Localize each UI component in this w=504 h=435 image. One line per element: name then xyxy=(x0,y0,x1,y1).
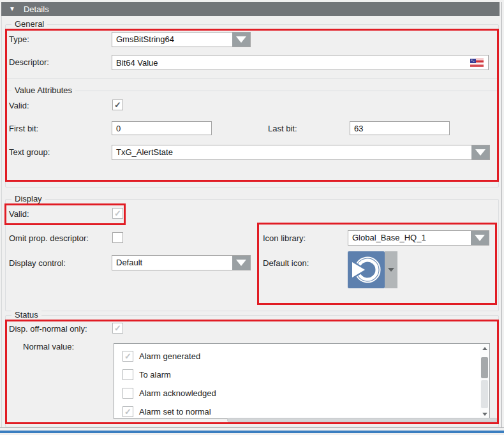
text-group-label: Text group: xyxy=(9,147,50,157)
value-attributes-group-label: Value Attributes xyxy=(11,85,75,95)
scroll-up-button[interactable] xyxy=(480,344,489,353)
display-control-combobox-dropdown-button[interactable] xyxy=(232,256,250,270)
type-combobox-value: GmsBitString64 xyxy=(112,33,232,47)
first-bit-label: First bit: xyxy=(9,124,38,133)
text-group-combobox[interactable]: TxG_AlertState xyxy=(112,145,490,160)
scrollbar-thumb[interactable] xyxy=(481,357,488,378)
check-icon: ✓ xyxy=(114,209,121,218)
disp-off-normal-only-checkbox: ✓ xyxy=(112,323,123,334)
panel-bottom-border xyxy=(0,427,504,428)
vertical-scrollbar[interactable] xyxy=(480,344,489,418)
panel-right-border xyxy=(501,2,502,427)
icon-library-combobox-dropdown-button[interactable] xyxy=(471,231,489,245)
chevron-down-icon xyxy=(236,260,246,266)
display-valid-checkbox: ✓ xyxy=(112,208,123,219)
display-control-combobox[interactable]: Default xyxy=(112,255,251,270)
display-control-label: Display control: xyxy=(9,258,66,268)
descriptor-input[interactable] xyxy=(112,55,489,70)
list-item[interactable]: ✓ Alarm generated xyxy=(114,347,479,365)
details-expander-header[interactable]: ▼ Details xyxy=(1,2,500,16)
value-attributes-group-box: Value Attributes xyxy=(5,91,499,188)
scrollbar-track-lower[interactable] xyxy=(481,380,488,408)
icon-library-combobox-value: Global_Base_HQ_1 xyxy=(348,231,471,245)
type-label: Type: xyxy=(9,34,29,44)
icon-library-label: Icon library: xyxy=(263,233,306,243)
disp-off-normal-only-label: Disp. off-normal only: xyxy=(9,324,87,334)
chevron-down-icon xyxy=(475,235,485,241)
details-header-title: Details xyxy=(24,4,49,14)
display-group-box: Display xyxy=(5,199,499,311)
details-panel: ▼ Details General Type: GmsBitString64 D… xyxy=(0,0,504,435)
omit-prop-descriptor-checkbox[interactable] xyxy=(112,232,123,243)
panel-left-border xyxy=(1,16,2,427)
omit-prop-descriptor-label: Omit prop. descriptor: xyxy=(9,233,89,243)
text-group-combobox-value: TxG_AlertState xyxy=(112,145,471,159)
list-item-label: Alarm acknowledged xyxy=(139,388,216,398)
check-icon: ✓ xyxy=(124,408,131,416)
list-item[interactable]: Alarm acknowledged xyxy=(114,384,479,402)
scroll-down-button[interactable] xyxy=(480,409,489,418)
us-flag-icon xyxy=(470,58,484,66)
check-icon: ✓ xyxy=(124,352,131,360)
display-control-combobox-value: Default xyxy=(112,256,232,270)
list-item-checkbox[interactable]: ✓ xyxy=(122,406,133,417)
first-bit-input[interactable] xyxy=(112,121,212,135)
default-icon-dropdown-button[interactable] xyxy=(385,251,397,288)
normal-value-listbox[interactable]: ✓ Alarm generated To alarm Alarm acknowl… xyxy=(114,343,490,419)
list-item-label: To alarm xyxy=(139,370,171,380)
display-valid-label: Valid: xyxy=(9,209,29,219)
text-group-combobox-dropdown-button[interactable] xyxy=(471,145,489,159)
chevron-down-icon xyxy=(475,149,485,156)
list-item-label: Alarm generated xyxy=(139,351,200,361)
splitter-line xyxy=(0,431,504,433)
check-icon: ✓ xyxy=(114,324,121,332)
list-item-checkbox[interactable]: ✓ xyxy=(122,351,133,362)
list-item-label: Alarm set to normal xyxy=(139,407,211,417)
descriptor-label: Descriptor: xyxy=(9,57,49,67)
valid-label: Valid: xyxy=(9,101,29,110)
last-bit-input[interactable] xyxy=(350,121,450,135)
chevron-down-icon xyxy=(388,268,394,272)
list-item-checkbox[interactable] xyxy=(122,369,133,380)
triangle-up-icon xyxy=(482,347,487,350)
collapse-triangle-icon: ▼ xyxy=(9,6,15,12)
check-icon: ✓ xyxy=(114,101,121,109)
type-combobox-dropdown-button[interactable] xyxy=(232,33,250,47)
type-combobox[interactable]: GmsBitString64 xyxy=(112,32,251,47)
general-group-box: General xyxy=(5,24,499,79)
triangle-down-icon xyxy=(482,413,487,416)
status-group-label: Status xyxy=(11,310,41,320)
horizontal-scrollbar-thumb[interactable] xyxy=(227,418,498,422)
list-item-checkbox[interactable] xyxy=(122,388,133,399)
normal-value-label: Normal value: xyxy=(23,342,74,351)
display-group-label: Display xyxy=(11,194,45,203)
default-icon-label: Default icon: xyxy=(263,258,309,268)
chevron-down-icon xyxy=(236,36,246,43)
icon-library-combobox[interactable]: Global_Base_HQ_1 xyxy=(348,230,489,246)
general-group-label: General xyxy=(11,19,47,29)
valid-checkbox[interactable]: ✓ xyxy=(112,100,123,110)
list-item[interactable]: To alarm xyxy=(114,365,479,384)
circle-arrow-icon xyxy=(348,251,385,288)
last-bit-label: Last bit: xyxy=(268,124,297,133)
